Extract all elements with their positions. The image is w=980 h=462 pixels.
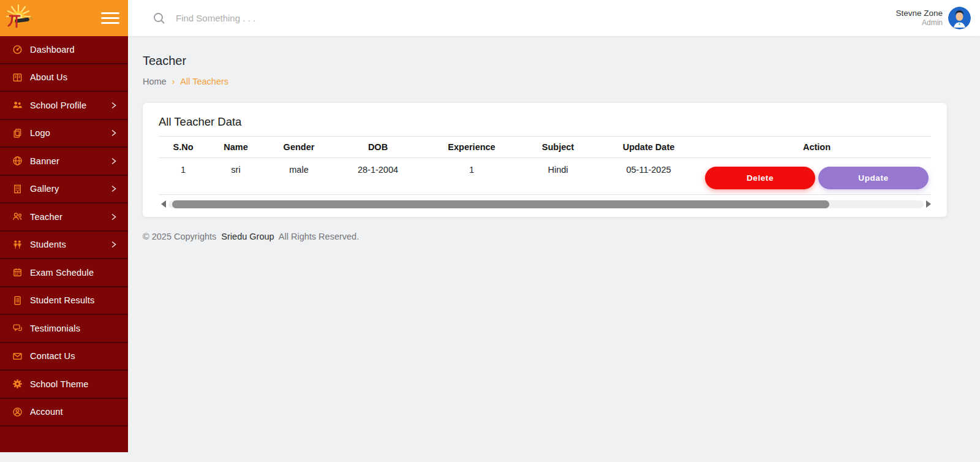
breadcrumb-separator-icon: › xyxy=(172,77,175,86)
breadcrumb: Home › All Teachers xyxy=(143,77,980,86)
sidebar-item-label: Gallery xyxy=(30,184,111,194)
cell-update-date: 05-11-2025 xyxy=(595,158,703,195)
cell-subject: Hindi xyxy=(521,158,595,195)
sidebar-item-label: Teacher xyxy=(30,212,111,222)
breadcrumb-home-link[interactable]: Home xyxy=(143,77,167,86)
horizontal-scrollbar xyxy=(159,200,931,208)
user-info: Stevne Zone Admin xyxy=(895,9,943,28)
col-name: Name xyxy=(208,137,264,158)
copy-icon xyxy=(11,127,23,139)
topbar: Stevne Zone Admin xyxy=(128,0,980,36)
sidebar-item-dashboard[interactable]: Dashboard xyxy=(0,36,128,64)
user-menu[interactable]: Stevne Zone Admin xyxy=(895,7,971,29)
sidebar-item-gallery[interactable]: Gallery xyxy=(0,176,128,204)
scroll-left-arrow-icon[interactable] xyxy=(161,200,166,208)
page-title: Teacher xyxy=(143,54,980,68)
chevron-right-icon xyxy=(111,185,118,192)
teacher-table: S.No Name Gender DOB Experience Subject … xyxy=(159,136,931,195)
sidebar-item-exam-schedule[interactable]: Exam Schedule xyxy=(0,259,128,287)
sidebar-footer-strip xyxy=(0,426,128,450)
sidebar-item-student-results[interactable]: Student Results xyxy=(0,287,128,316)
school-logo[interactable] xyxy=(4,2,33,34)
gear-icon xyxy=(11,378,23,390)
search-icon[interactable] xyxy=(153,12,166,25)
sidebar-item-label: Students xyxy=(30,240,111,249)
breadcrumb-current[interactable]: All Teachers xyxy=(180,77,228,86)
comments-icon xyxy=(11,322,23,335)
chevron-right-icon xyxy=(111,129,118,137)
globe-icon xyxy=(11,155,23,167)
sidebar-item-teacher[interactable]: Teacher xyxy=(0,203,128,232)
col-update-date: Update Date xyxy=(595,137,703,158)
sidebar: Dashboard About Us School Profile xyxy=(0,0,128,452)
cell-dob: 28-1-2004 xyxy=(334,158,422,195)
col-experience: Experience xyxy=(422,137,521,158)
user-circle-icon xyxy=(11,406,23,418)
sidebar-item-account[interactable]: Account xyxy=(0,399,128,427)
book-icon xyxy=(11,71,23,83)
copyright-footer: © 2025 Copyrights Sriedu Group All Right… xyxy=(143,232,980,241)
chevron-right-icon xyxy=(111,157,118,165)
col-dob: DOB xyxy=(334,137,422,158)
cell-action: Delete Update xyxy=(703,158,931,195)
table-row: 1 sri male 28-1-2004 1 Hindi 05-11-2025 … xyxy=(159,158,931,195)
sidebar-item-label: Testimonials xyxy=(30,324,118,333)
main-content: Teacher Home › All Teachers All Teacher … xyxy=(128,36,980,462)
user-role: Admin xyxy=(895,18,943,28)
sidebar-item-testimonials[interactable]: Testimonials xyxy=(0,315,128,343)
update-button[interactable]: Update xyxy=(818,167,929,189)
sidebar-item-label: Contact Us xyxy=(30,351,118,361)
sidebar-item-contact-us[interactable]: Contact Us xyxy=(0,343,128,371)
user-friends-icon xyxy=(11,211,23,223)
footer-brand: Sriedu Group xyxy=(221,232,274,241)
cell-sno: 1 xyxy=(159,158,208,195)
sidebar-item-label: Student Results xyxy=(30,295,118,305)
chevron-right-icon xyxy=(111,102,118,109)
user-name: Stevne Zone xyxy=(895,9,943,19)
sidebar-item-label: Banner xyxy=(30,156,111,166)
sidebar-item-label: About Us xyxy=(30,72,118,82)
card-title: All Teacher Data xyxy=(159,115,931,129)
search-input[interactable] xyxy=(175,12,432,24)
cell-experience: 1 xyxy=(422,158,521,195)
building-icon xyxy=(11,183,23,195)
sidebar-header xyxy=(0,0,128,36)
sidebar-item-label: School Theme xyxy=(30,379,118,389)
clipboard-list-icon xyxy=(11,294,23,306)
sidebar-item-students[interactable]: Students xyxy=(0,232,128,260)
scroll-right-arrow-icon[interactable] xyxy=(926,200,931,208)
children-icon xyxy=(11,238,23,251)
scrollbar-thumb[interactable] xyxy=(172,200,829,208)
calendar-icon xyxy=(11,267,23,279)
search-bar xyxy=(153,12,895,25)
delete-button[interactable]: Delete xyxy=(705,167,815,189)
envelope-icon xyxy=(11,350,23,362)
menu-toggle-icon[interactable] xyxy=(100,10,121,26)
sidebar-item-banner[interactable]: Banner xyxy=(0,148,128,176)
col-subject: Subject xyxy=(521,137,595,158)
sun-pencil-logo-icon xyxy=(4,2,33,34)
sidebar-item-about-us[interactable]: About Us xyxy=(0,64,128,93)
col-action: Action xyxy=(703,137,931,158)
sidebar-item-school-profile[interactable]: School Profile xyxy=(0,92,128,120)
sidebar-nav: Dashboard About Us School Profile xyxy=(0,36,128,450)
scrollbar-track[interactable] xyxy=(168,200,924,208)
sidebar-item-school-theme[interactable]: School Theme xyxy=(0,371,128,399)
teacher-data-card: All Teacher Data S.No Name Gender DOB Ex… xyxy=(143,103,947,217)
sidebar-item-label: Account xyxy=(30,407,118,417)
sidebar-item-label: School Profile xyxy=(30,100,111,110)
chevron-right-icon xyxy=(111,213,118,221)
cell-gender: male xyxy=(264,158,334,195)
cell-name: sri xyxy=(208,158,264,195)
chevron-right-icon xyxy=(111,241,118,248)
sidebar-item-label: Logo xyxy=(30,128,111,138)
users-icon xyxy=(11,99,23,112)
col-gender: Gender xyxy=(264,137,334,158)
avatar[interactable] xyxy=(948,7,971,29)
dashboard-icon xyxy=(11,44,23,56)
sidebar-item-label: Dashboard xyxy=(30,45,118,55)
sidebar-item-logo[interactable]: Logo xyxy=(0,120,128,148)
footer-prefix: © 2025 Copyrights xyxy=(143,232,216,241)
table-header-row: S.No Name Gender DOB Experience Subject … xyxy=(159,137,931,158)
col-sno: S.No xyxy=(159,137,208,158)
